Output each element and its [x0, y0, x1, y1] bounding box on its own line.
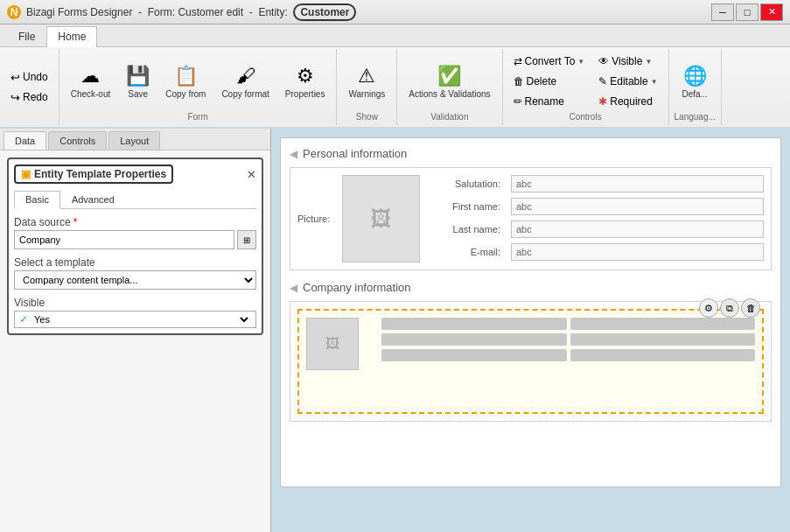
- ribbon-tab-bar: File Home: [0, 24, 790, 47]
- entity-props-close-button[interactable]: ✕: [247, 168, 256, 181]
- properties-button[interactable]: ⚙ Properties: [279, 61, 332, 102]
- copyformat-icon: 🖌: [236, 65, 255, 88]
- undoredo-items: ↩ Undo ↪ Redo: [5, 52, 53, 122]
- entity-template-icon: ▣: [21, 168, 31, 180]
- company-content-box: ⚙ ⧉ 🗑 🖼: [297, 309, 764, 414]
- visible-dropdown[interactable]: ✓ Yes No: [14, 311, 256, 328]
- inner-tab-basic[interactable]: Basic: [14, 191, 60, 209]
- tab-layout[interactable]: Layout: [108, 131, 160, 150]
- company-info-header: ◀ Company information: [290, 281, 772, 294]
- ribbon-group-controls: ⇄ Convert To ▼ 🗑 Delete ✏ Rename: [503, 49, 669, 125]
- checkout-button[interactable]: ☁ Check-out: [65, 61, 117, 102]
- personal-fields-grid: Salutation: abc First name: abc Last nam…: [427, 175, 764, 261]
- checkout-icon: ☁: [80, 65, 100, 88]
- rename-button[interactable]: ✏ Rename: [508, 93, 570, 110]
- ribbon-group-show: ⚠ Warnings Show: [337, 49, 397, 125]
- data-source-label: Data source *: [14, 216, 256, 228]
- personal-collapse-icon[interactable]: ◀: [290, 148, 297, 160]
- entity-props-title-box: ▣ Entity Template Properties: [14, 164, 173, 184]
- minimize-button[interactable]: ─: [711, 4, 734, 21]
- ribbon-group-form: ☁ Check-out 💾 Save 📋 Copy from 🖌 Copy fo…: [59, 49, 338, 125]
- data-source-input-row: ⊞: [14, 230, 256, 249]
- visible-icon: 👁: [598, 55, 609, 67]
- visible-select[interactable]: Yes No: [31, 313, 251, 326]
- template-dropdown[interactable]: Company content templa...: [15, 271, 255, 289]
- template-select-label: Select a template: [14, 256, 256, 269]
- email-value: abc: [511, 243, 764, 261]
- title-bar-left: N Bizagi Forms Designer - Form: Customer…: [7, 5, 356, 19]
- form-group-items: ☁ Check-out 💾 Save 📋 Copy from 🖌 Copy fo…: [65, 52, 332, 110]
- visible-label: Visible: [14, 297, 256, 309]
- properties-icon: ⚙: [297, 65, 314, 88]
- maximize-button[interactable]: □: [736, 4, 759, 21]
- copyformat-button[interactable]: 🖌 Copy format: [215, 61, 275, 102]
- close-button[interactable]: ✕: [760, 4, 783, 21]
- save-button[interactable]: 💾 Save: [120, 61, 156, 102]
- warnings-button[interactable]: ⚠ Warnings: [342, 61, 391, 102]
- actions-validations-button[interactable]: ✅ Actions & Validations: [402, 61, 496, 102]
- settings-action-icon[interactable]: ⚙: [699, 298, 718, 318]
- undo-button[interactable]: ↩ Undo: [5, 68, 53, 87]
- entity-template-properties: ▣ Entity Template Properties ✕ Basic Adv…: [7, 158, 263, 335]
- form-group-label: Form: [187, 112, 207, 122]
- tab-controls[interactable]: Controls: [48, 131, 107, 150]
- editable-icon: ✎: [598, 75, 607, 88]
- required-icon: ✱: [598, 95, 607, 108]
- salutation-value: abc: [511, 175, 764, 192]
- redo-button[interactable]: ↪ Redo: [5, 88, 53, 107]
- required-asterisk: *: [73, 216, 78, 228]
- template-select[interactable]: Company content templa...: [14, 270, 256, 290]
- window-controls[interactable]: ─ □ ✕: [711, 4, 783, 21]
- picture-cell: Picture: 🖼: [297, 175, 420, 262]
- language-button[interactable]: 🌐 Defa...: [675, 61, 713, 102]
- show-group-label: Show: [356, 112, 378, 122]
- visible-section: Visible ✓ Yes No: [14, 297, 256, 328]
- company-field-bar-2: [570, 318, 756, 330]
- company-field-bar-3: [381, 333, 567, 346]
- company-field-row-2: [381, 333, 755, 346]
- lastname-label: Last name:: [427, 224, 506, 234]
- email-label: E-mail:: [427, 247, 506, 257]
- tab-file[interactable]: File: [7, 26, 46, 46]
- delete-action-icon[interactable]: 🗑: [741, 298, 760, 318]
- title-bar: N Bizagi Forms Designer - Form: Customer…: [0, 0, 790, 24]
- company-inner-grid: 🖼: [306, 318, 755, 370]
- tab-data[interactable]: Data: [3, 131, 46, 150]
- data-source-input[interactable]: [14, 230, 234, 249]
- lastname-value: abc: [511, 220, 764, 238]
- ribbon: File Home ↩ Undo ↪ Redo: [0, 24, 790, 129]
- picture-label: Picture:: [297, 214, 335, 224]
- data-source-browse-button[interactable]: ⊞: [237, 230, 256, 249]
- personal-info-header: ◀ Personal information: [290, 147, 772, 160]
- firstname-label: First name:: [427, 201, 506, 212]
- company-fields: [381, 318, 755, 370]
- company-image-placeholder: 🖼: [306, 318, 359, 370]
- actions-icon: ✅: [437, 65, 461, 88]
- copyfrom-button[interactable]: 📋 Copy from: [159, 61, 212, 102]
- convert-icon: ⇄: [514, 55, 522, 67]
- app-logo: N: [7, 5, 21, 19]
- company-field-bar-5: [381, 349, 567, 361]
- convert-to-button[interactable]: ⇄ Convert To ▼: [508, 52, 591, 70]
- company-collapse-icon[interactable]: ◀: [290, 282, 297, 294]
- inner-tab-advanced[interactable]: Advanced: [60, 191, 126, 208]
- save-icon: 💾: [126, 65, 150, 88]
- tab-home[interactable]: Home: [46, 26, 97, 47]
- language-group-label: Languag...: [675, 112, 716, 122]
- redo-icon: ↪: [10, 91, 20, 104]
- checkmark-icon: ✓: [19, 313, 28, 326]
- delete-button[interactable]: 🗑 Delete: [508, 73, 563, 90]
- language-icon: 🌐: [683, 65, 707, 88]
- warnings-icon: ⚠: [358, 65, 375, 88]
- visible-button[interactable]: 👁 Visible ▼: [593, 52, 657, 70]
- editable-arrow-icon: ▼: [651, 78, 658, 86]
- picture-placeholder: 🖼: [342, 175, 420, 262]
- copy-action-icon[interactable]: ⧉: [720, 298, 739, 318]
- form-canvas: ◀ Personal information Picture: 🖼 Saluta…: [280, 137, 781, 487]
- language-group-items: 🌐 Defa...: [675, 52, 713, 110]
- ribbon-group-validation: ✅ Actions & Validations Validation: [397, 49, 502, 125]
- required-button[interactable]: ✱ Required: [593, 93, 658, 110]
- undo-icon: ↩: [10, 71, 20, 84]
- controls-group-label: Controls: [569, 112, 601, 122]
- editable-button[interactable]: ✎ Editable ▼: [593, 73, 662, 90]
